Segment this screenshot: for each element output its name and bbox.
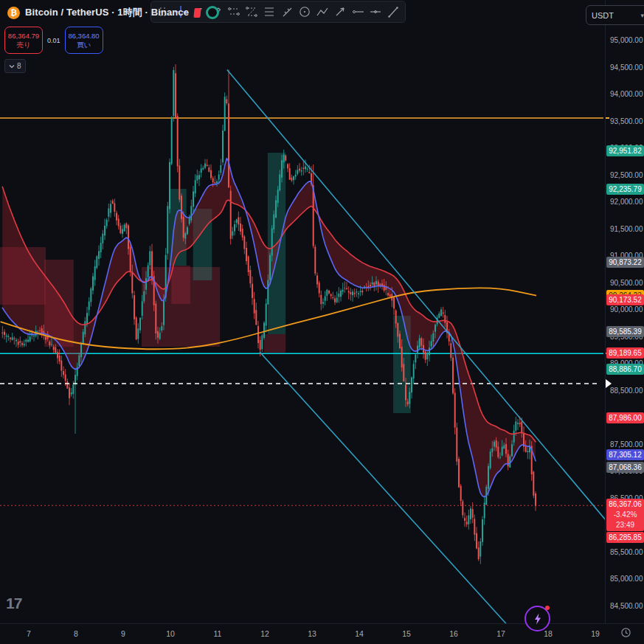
indicators-collapsed-chip[interactable]: 8	[4, 59, 26, 73]
price-label-badge: 87,986.00	[606, 412, 644, 423]
price-tick-label: 85,500.00	[610, 547, 643, 558]
order-panel: 86,364.79 売り 0.01 86,364.80 買い	[4, 27, 103, 54]
price-tick-label: 90,000.00	[610, 305, 643, 315]
price-label-badge: 90,873.22	[606, 257, 644, 268]
time-tick-label: 19	[591, 629, 600, 638]
horizontal-ray-tool-icon[interactable]	[350, 4, 365, 20]
chart-header: ₿ Bitcoin / TetherUS · 1時間 · Binance	[7, 6, 219, 19]
pattern-b-tool-icon[interactable]	[244, 4, 259, 20]
price-tick-label: 94,500.00	[610, 63, 643, 73]
cross-line-tool-icon[interactable]	[368, 4, 383, 20]
tradingview-logo[interactable]: 17	[6, 595, 21, 612]
price-tick-label: 92,000.00	[610, 197, 643, 207]
trading-chart-app: ₿ Bitcoin / TetherUS · 1時間 · Binance T 8…	[0, 0, 644, 644]
bar-countdown: 23:49	[606, 520, 644, 530]
price-tick-label: 85,000.00	[610, 574, 643, 584]
status-dot-icon[interactable]	[206, 6, 219, 19]
last-price-value: 86,367.06	[606, 499, 644, 510]
time-tick-label: 17	[496, 629, 505, 638]
trend-line-tool-icon[interactable]	[386, 4, 401, 20]
buy-price: 86,364.80	[68, 32, 99, 41]
price-label-badge: 92,951.82	[606, 145, 644, 156]
time-tick-label: 13	[308, 629, 316, 638]
spread-value: 0.01	[47, 37, 60, 44]
forecast-tool-icon[interactable]	[280, 4, 294, 20]
price-label-badge: 89,189.65	[606, 347, 644, 359]
last-price-block: 86,367.06-3.42%23:49	[606, 499, 644, 531]
price-label-badge: 87,305.12	[606, 449, 644, 460]
price-arrow-marker	[606, 379, 612, 388]
price-label-badge: 87,068.36	[606, 462, 644, 473]
last-price-change: -3.42%	[606, 510, 644, 520]
notification-dot	[545, 606, 550, 610]
price-label-badge: 88,886.70	[606, 364, 644, 375]
price-axis[interactable]: 95,000.0094,500.0094,000.0093,500.0093,0…	[605, 0, 644, 623]
time-tick-label: 7	[27, 629, 31, 638]
price-tick-label: 92,500.00	[610, 170, 643, 181]
price-label-badge: 86,285.85	[606, 532, 644, 543]
lightning-icon	[533, 613, 543, 625]
price-tick-label: 94,000.00	[610, 89, 643, 100]
price-tick-label: 88,500.00	[610, 386, 643, 396]
symbol-title[interactable]: Bitcoin / TetherUS · 1時間 · Binance	[25, 6, 189, 19]
chevron-down-icon	[9, 63, 15, 69]
price-label-badge: 92,235.79	[606, 184, 644, 195]
price-label-badge: 90,173.52	[606, 294, 644, 305]
orange-line-axis-mark	[606, 117, 609, 119]
sell-label: 売り	[16, 41, 30, 49]
candlestick-chart-canvas[interactable]	[0, 0, 605, 623]
sell-button[interactable]: 86,364.79 売り	[4, 27, 43, 54]
indicators-count: 8	[17, 62, 21, 70]
time-tick-label: 9	[121, 629, 125, 638]
price-tick-label: 84,500.00	[610, 601, 643, 612]
bitcoin-icon: ₿	[7, 7, 20, 19]
buy-label: 買い	[77, 41, 91, 49]
alerts-button[interactable]	[524, 606, 550, 631]
price-tick-label: 93,500.00	[610, 117, 643, 127]
time-tick-label: 18	[544, 629, 553, 638]
ellipse-tool-icon[interactable]	[297, 4, 312, 20]
polyline-tool-icon[interactable]	[315, 4, 330, 20]
price-tick-label: 91,500.00	[610, 224, 643, 235]
time-tick-label: 8	[74, 629, 78, 638]
time-tick-label: 11	[214, 629, 222, 638]
time-tick-label: 15	[402, 629, 411, 638]
price-tick-label: 95,000.00	[610, 35, 643, 46]
time-tick-label: 14	[355, 629, 364, 638]
arrow-tool-icon[interactable]	[333, 4, 347, 20]
pattern-c-tool-icon[interactable]	[262, 4, 277, 20]
time-tick-label: 16	[449, 629, 458, 638]
time-tick-label: 12	[260, 629, 269, 638]
chevron-down-icon: ▾	[640, 12, 644, 19]
currency-label: USDT	[592, 11, 614, 20]
sell-price: 86,364.79	[8, 32, 39, 41]
pattern-a-tool-icon[interactable]	[226, 4, 241, 20]
buy-button[interactable]: 86,364.80 買い	[65, 27, 103, 54]
currency-dropdown[interactable]: USDT ▾	[586, 5, 644, 25]
flag-icon[interactable]	[193, 8, 201, 18]
price-label-badge: 89,585.39	[606, 326, 644, 337]
price-tick-label: 87,500.00	[610, 440, 643, 450]
time-tick-label: 10	[166, 629, 175, 638]
timezone-clock-icon[interactable]	[620, 627, 631, 638]
price-tick-label: 90,500.00	[610, 278, 643, 288]
